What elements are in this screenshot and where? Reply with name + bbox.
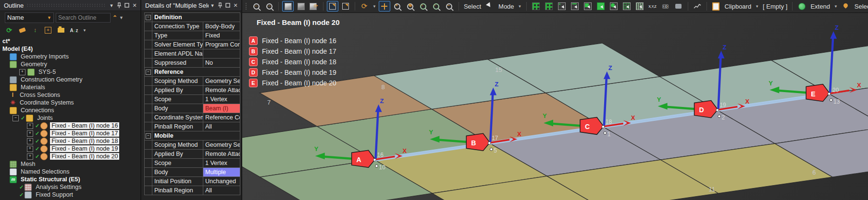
coordinate-pick-button[interactable]: X,Y,Z — [647, 1, 658, 12]
details-row[interactable]: Solver Element TypeProgram Contr... — [145, 40, 240, 49]
details-row[interactable]: Initial PositionUnchanged — [145, 177, 240, 186]
chart-button[interactable] — [692, 1, 703, 12]
tree-item-analysis-settings[interactable]: Analysis Settings — [0, 183, 140, 191]
tree-item-connections[interactable]: Connections — [0, 106, 140, 114]
tree-item-geometry-imports[interactable]: Geometry Imports — [0, 53, 140, 60]
expander-plus-icon[interactable] — [27, 130, 33, 137]
select-mode-cursor-icon[interactable] — [484, 1, 496, 12]
group-collapse-icon[interactable] — [146, 133, 151, 139]
tree-item-mesh[interactable]: Mesh — [0, 160, 140, 168]
extend-label[interactable]: Extend — [810, 3, 830, 10]
zoom-selection-button[interactable]: ◦ — [431, 1, 442, 12]
extend-icon[interactable] — [796, 1, 807, 12]
zoom-undo-button[interactable]: ← — [250, 1, 262, 12]
panel-menu-caret-icon[interactable]: ▾ — [209, 1, 216, 9]
rotate-button[interactable]: ⟳ — [359, 1, 370, 12]
search-input[interactable] — [56, 13, 111, 23]
tree-item-joint-node-17[interactable]: Fixed - Beam (I) node 17 — [0, 129, 140, 137]
tree-item-sys-5[interactable]: SYS-5 — [0, 68, 140, 76]
tree-item-joint-node-18[interactable]: Fixed - Beam (I) node 18 — [0, 137, 140, 145]
eraser-icon[interactable] — [18, 26, 26, 35]
group-collapse-icon[interactable] — [146, 15, 151, 20]
annotation-button[interactable] — [673, 1, 684, 12]
details-row-body-reference[interactable]: BodyBeam (I) — [145, 104, 240, 113]
details-row[interactable]: Scoping MethodGeometry Sele... — [145, 77, 240, 86]
details-row[interactable]: Applied ByRemote Attach... — [145, 86, 240, 95]
box-zoom-button[interactable] — [327, 1, 338, 12]
details-group-mobile[interactable]: Mobile — [145, 131, 240, 141]
tree-item-joint-node-16[interactable]: Fixed - Beam (I) node 16 — [0, 122, 140, 129]
details-row[interactable]: Coordinate SystemReference Coo... — [145, 113, 240, 122]
tree-item-materials[interactable]: Materials — [0, 83, 140, 91]
close-icon[interactable]: ✕ — [232, 1, 239, 9]
zoom-box-button[interactable]: ▫ — [418, 1, 429, 12]
panel-menu-caret-icon[interactable]: ▾ — [108, 1, 115, 9]
iso-view-button[interactable] — [282, 1, 294, 12]
toolbar-grip[interactable] — [245, 2, 248, 10]
close-icon[interactable]: ✕ — [131, 1, 138, 9]
outline-toolbar-caret-icon[interactable]: ▼ — [83, 28, 87, 33]
tree-item-named-selections[interactable]: Named Selections — [0, 168, 140, 176]
tree-item-model[interactable]: Model (E4) — [0, 45, 140, 53]
maximize-icon[interactable] — [123, 1, 131, 9]
details-row[interactable]: Scope1 Vertex — [145, 159, 240, 168]
tree-item-geometry[interactable]: Geometry — [0, 60, 140, 68]
mode-caret-icon[interactable]: ▼ — [518, 4, 522, 9]
details-row[interactable]: TypeFixed — [145, 31, 240, 40]
element-face-select-button[interactable] — [621, 1, 632, 12]
select-by-label[interactable]: Select By — [855, 3, 868, 10]
face-select-button[interactable] — [582, 1, 594, 12]
details-group-reference[interactable]: Reference — [145, 68, 240, 77]
search-next-caret-icon[interactable]: ▼ — [119, 15, 124, 20]
sort-arrows-icon[interactable]: ↑↓ — [31, 26, 39, 35]
expander-plus-icon[interactable] — [27, 123, 33, 129]
expand-all-icon[interactable]: + — [44, 26, 52, 35]
zoom-in-button[interactable]: + — [392, 1, 403, 12]
details-row[interactable]: Pinball RegionAll — [145, 186, 240, 195]
details-row[interactable]: Scope1 Vertex — [145, 95, 240, 104]
details-row[interactable]: Connection TypeBody-Body — [145, 22, 240, 31]
filter-field-select[interactable]: Name ▼ — [5, 12, 54, 23]
view-rotate-cube-button[interactable]: ⟳ — [308, 1, 320, 12]
details-row-body-mobile[interactable]: BodyMultiple — [145, 168, 240, 177]
details-row[interactable]: Pinball RegionAll — [145, 122, 240, 131]
search-prev-icon[interactable]: ⌃ — [112, 14, 117, 21]
group-collapse-icon[interactable] — [146, 70, 151, 75]
tree-item-cross-sections[interactable]: Cross Sections — [0, 91, 140, 99]
body-select-button[interactable] — [595, 1, 607, 12]
expander-minus-icon[interactable] — [12, 115, 19, 121]
refresh-icon[interactable]: ⟳ — [5, 26, 13, 35]
look-at-face-button[interactable] — [295, 1, 307, 12]
worksheet-folder-icon[interactable] — [57, 26, 65, 35]
select-by-icon[interactable] — [840, 1, 852, 12]
tree-item-project[interactable]: ct* — [0, 37, 140, 45]
tree-item-joints[interactable]: Joints — [0, 114, 140, 122]
zoom-redo-button[interactable]: → — [263, 1, 275, 12]
expander-plus-icon[interactable] — [27, 153, 33, 160]
id-pick-button[interactable]: I:D — [660, 1, 671, 12]
node-select-button[interactable] — [608, 1, 620, 12]
tree-item-coordinate-systems[interactable]: Coordinate Systems — [0, 99, 140, 106]
details-row[interactable]: SuppressedNo — [145, 59, 240, 68]
expander-plus-icon[interactable] — [27, 138, 33, 144]
vertex-select-button[interactable] — [556, 1, 568, 12]
edge-select-button[interactable] — [569, 1, 581, 12]
box-select-button[interactable] — [340, 1, 351, 12]
tree-item-joint-node-19[interactable]: Fixed - Beam (I) node 19 — [0, 145, 140, 153]
maximize-icon[interactable] — [224, 1, 232, 9]
pin-icon[interactable] — [216, 1, 224, 9]
tree-item-static-structural[interactable]: Static Structural (E5) — [0, 176, 140, 183]
details-row[interactable]: Applied ByRemote Attach... — [145, 150, 240, 159]
clipboard-label[interactable]: Clipboard — [725, 3, 752, 10]
clipboard-caret-icon[interactable]: ▼ — [755, 4, 759, 9]
pan-button[interactable] — [379, 1, 390, 12]
tree-item-construction-geometry[interactable]: Construction Geometry — [0, 76, 140, 83]
expander-plus-icon[interactable] — [19, 69, 25, 75]
details-row[interactable]: Scoping MethodGeometry Sele... — [145, 141, 240, 150]
pin-icon[interactable] — [115, 1, 123, 9]
mode-label[interactable]: Mode — [498, 3, 514, 10]
expander-plus-icon[interactable] — [27, 146, 33, 152]
rotate-caret-icon[interactable]: ▼ — [372, 4, 376, 9]
tree-item-joint-node-20[interactable]: Fixed - Beam (I) node 20 — [0, 153, 140, 160]
element-select-button[interactable] — [634, 1, 645, 12]
